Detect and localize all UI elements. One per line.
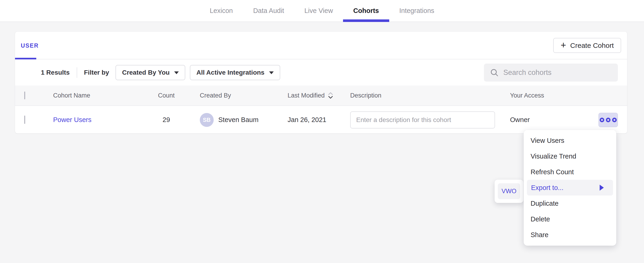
search-icon: [490, 68, 499, 77]
menu-item-delete[interactable]: Delete: [524, 211, 616, 227]
results-count: 1 Results: [41, 69, 70, 76]
row-actions-context-menu: View Users Visualize Trend Refresh Count…: [524, 130, 616, 246]
created-by-filter-dropdown[interactable]: Created By You: [116, 65, 185, 80]
menu-item-view-users[interactable]: View Users: [524, 133, 616, 148]
submenu-arrow-icon: [600, 185, 604, 191]
cohort-name-link[interactable]: Power Users: [53, 116, 92, 123]
submenu-item-vwo[interactable]: VWO: [498, 183, 520, 199]
cohorts-card: USER + Create Cohort 1 Results Filter by…: [15, 32, 627, 133]
column-header-created-by: Created By: [187, 92, 272, 99]
row-actions-button[interactable]: [598, 113, 618, 127]
ellipsis-icon: [600, 118, 604, 122]
column-header-your-access: Your Access: [508, 92, 590, 99]
chevron-down-icon: [174, 71, 179, 74]
tab-integrations[interactable]: Integrations: [389, 0, 445, 22]
plus-icon: +: [560, 41, 566, 50]
access-level: Owner: [508, 116, 590, 124]
description-input[interactable]: [350, 111, 495, 128]
user-tab-active-underline: [15, 58, 36, 59]
menu-item-visualize-trend[interactable]: Visualize Trend: [524, 148, 616, 164]
export-submenu: VWO: [494, 180, 524, 203]
row-checkbox[interactable]: [24, 116, 25, 124]
last-modified-label: Last Modified: [288, 92, 325, 99]
integrations-filter-dropdown[interactable]: All Active Integrations: [190, 65, 280, 80]
column-header-count: Count: [158, 92, 175, 99]
tab-live-view[interactable]: Live View: [294, 0, 343, 22]
select-all-checkbox[interactable]: [24, 92, 25, 99]
menu-item-refresh-count[interactable]: Refresh Count: [524, 164, 616, 180]
created-by-name: Steven Baum: [218, 116, 258, 124]
create-cohort-label: Create Cohort: [570, 42, 614, 50]
filter-by-label: Filter by: [84, 69, 109, 76]
last-modified-date: Jan 26, 2021: [272, 116, 346, 124]
create-cohort-button[interactable]: + Create Cohort: [553, 38, 621, 53]
avatar: SB: [200, 113, 214, 127]
toolbar-divider: [77, 67, 77, 78]
search-cohorts-box[interactable]: [484, 64, 618, 82]
tab-data-audit[interactable]: Data Audit: [243, 0, 294, 22]
cohort-count: 29: [162, 116, 170, 124]
search-cohorts-input[interactable]: [503, 68, 612, 77]
tab-lexicon[interactable]: Lexicon: [200, 0, 243, 22]
sort-icon: [328, 91, 334, 100]
card-header: USER + Create Cohort: [15, 32, 627, 59]
integrations-filter-value: All Active Integrations: [196, 69, 264, 76]
cohorts-toolbar: 1 Results Filter by Created By You All A…: [15, 59, 627, 86]
top-navigation: Lexicon Data Audit Live View Cohorts Int…: [0, 0, 644, 22]
tab-cohorts[interactable]: Cohorts: [343, 0, 389, 22]
column-header-description: Description: [346, 92, 508, 99]
column-header-last-modified[interactable]: Last Modified: [288, 91, 346, 100]
table-row: Power Users 29 SB Steven Baum Jan 26, 20…: [15, 106, 627, 133]
export-to-label: Export to...: [531, 184, 564, 192]
column-header-cohort-name: Cohort Name: [53, 92, 146, 99]
tab-user-cohorts[interactable]: USER: [21, 42, 38, 49]
menu-item-share[interactable]: Share: [524, 227, 616, 243]
cohorts-table-header: Cohort Name Count Created By Last Modifi…: [15, 86, 627, 106]
menu-item-duplicate[interactable]: Duplicate: [524, 195, 616, 211]
created-by-filter-value: Created By You: [122, 69, 170, 76]
chevron-down-icon: [269, 71, 274, 74]
menu-item-export-to[interactable]: Export to...: [527, 180, 613, 195]
